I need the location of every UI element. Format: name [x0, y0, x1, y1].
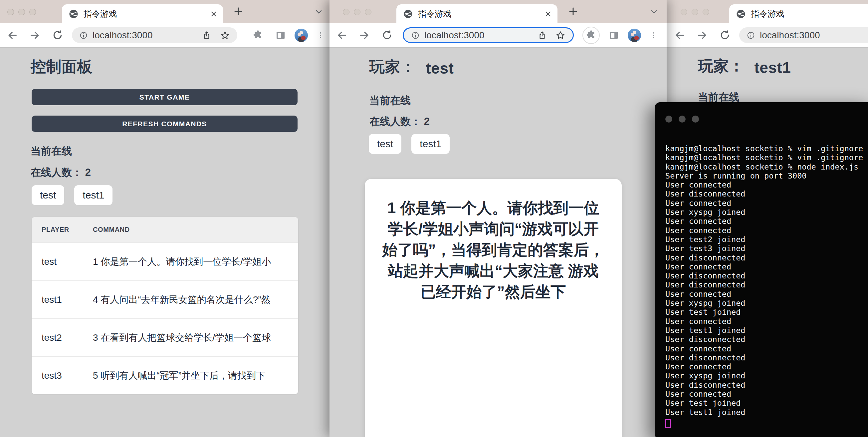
- profile-avatar[interactable]: [294, 29, 308, 42]
- back-icon[interactable]: [674, 30, 685, 41]
- bookmark-star-icon[interactable]: [556, 30, 565, 40]
- globe-favicon-icon: [736, 9, 746, 19]
- profile-avatar[interactable]: [628, 29, 641, 42]
- back-icon[interactable]: [336, 30, 347, 41]
- terminal-log-line: User test2 joined: [665, 235, 868, 244]
- online-count-value: 2: [85, 167, 91, 178]
- player-heading: 玩家： test: [369, 57, 454, 77]
- zoom-window-button[interactable]: [365, 9, 371, 15]
- new-tab-icon[interactable]: [233, 6, 244, 17]
- table-body: test 1 你是第一个人。请你找到一位学长/学姐小 test1 4 有人问出“…: [32, 242, 298, 395]
- table-row: test 1 你是第一个人。请你找到一位学长/学姐小: [32, 242, 298, 281]
- terminal-log-line: User xyspg joined: [665, 371, 868, 380]
- new-tab-icon[interactable]: [568, 6, 579, 17]
- terminal-log-line: User disconnected: [665, 353, 868, 362]
- forward-icon[interactable]: [29, 30, 41, 41]
- table-row: test3 5 听到有人喊出“冠军”并坐下后，请找到下: [32, 356, 298, 395]
- menu-kebab-icon[interactable]: [316, 31, 325, 40]
- player-cell: test: [32, 257, 93, 267]
- forward-icon[interactable]: [359, 30, 370, 41]
- terminal-log-line: User connected: [665, 362, 868, 371]
- close-window-button[interactable]: [665, 116, 672, 123]
- terminal-log-line: kangjm@localhost socketio % node index.j…: [665, 163, 868, 172]
- terminal-log-line: User test joined: [665, 308, 868, 317]
- close-window-button[interactable]: [681, 9, 687, 15]
- start-game-button[interactable]: START GAME: [32, 89, 298, 105]
- player-test-page: 玩家： test 当前在线 在线人数： 2 testtest1 1 你是第一个人…: [330, 48, 666, 437]
- page-title: 控制面板: [31, 57, 93, 77]
- terminal-log-line: User connected: [665, 199, 868, 208]
- tab-bar: 指令游戏: [330, 0, 666, 23]
- close-window-button[interactable]: [343, 9, 349, 15]
- tab-close-icon[interactable]: [210, 10, 218, 18]
- tab-bar: 指令游戏: [667, 0, 868, 23]
- tab-search-chevron-icon[interactable]: [314, 7, 323, 16]
- command-cell: 3 在看到有人把篮球交给学长/学姐一个篮球: [93, 331, 298, 344]
- online-user-list: testtest1: [369, 134, 450, 154]
- reload-icon[interactable]: [381, 30, 393, 41]
- side-panel-icon[interactable]: [608, 30, 619, 41]
- minimize-window-button[interactable]: [354, 9, 361, 15]
- column-header-command: COMMAND: [93, 226, 130, 233]
- browser-tab[interactable]: 指令游戏: [729, 4, 868, 23]
- player-label: 玩家：: [698, 56, 745, 77]
- terminal-log-line: User connected: [665, 344, 868, 353]
- browser-window-control-panel: 指令游戏: [0, 0, 332, 437]
- zoom-window-button[interactable]: [29, 9, 36, 15]
- traffic-lights: [7, 9, 36, 15]
- online-count-value: 2: [424, 116, 430, 127]
- online-heading: 当前在线: [31, 144, 72, 158]
- zoom-window-button[interactable]: [692, 116, 699, 123]
- minimize-window-button[interactable]: [18, 9, 25, 15]
- extensions-puzzle-icon[interactable]: [253, 30, 263, 41]
- close-window-button[interactable]: [7, 9, 14, 15]
- traffic-lights: [681, 9, 709, 15]
- desktop-screen: 指令游戏: [0, 0, 868, 437]
- command-card: 1 你是第一个人。请你找到一位学长/学姐小声询问“游戏可以开始了吗”，当得到肯定…: [365, 179, 622, 437]
- user-chip: test: [369, 134, 401, 154]
- minimize-window-button[interactable]: [692, 9, 698, 15]
- bookmark-star-icon[interactable]: [220, 30, 230, 40]
- terminal-log-line: User connected: [665, 290, 868, 299]
- extensions-puzzle-icon[interactable]: [586, 30, 596, 41]
- address-bar[interactable]: localhost:3000: [739, 27, 868, 43]
- share-icon[interactable]: [537, 31, 547, 40]
- back-icon[interactable]: [7, 30, 18, 41]
- player-name: test: [426, 59, 454, 77]
- browser-toolbar: localhost:3000: [667, 23, 868, 48]
- tab-bar: 指令游戏: [0, 0, 332, 23]
- commands-table: PLAYER COMMAND test 1 你是第一个人。请你找到一位学长/学姐…: [32, 217, 298, 395]
- terminal-log-line: User disconnected: [665, 190, 868, 199]
- address-bar[interactable]: localhost:3000: [72, 27, 237, 43]
- refresh-commands-button[interactable]: REFRESH COMMANDS: [32, 116, 298, 132]
- menu-kebab-icon[interactable]: [649, 31, 658, 40]
- player-name: test1: [754, 59, 791, 77]
- terminal-log-line: User connected: [665, 390, 868, 399]
- toolbar-right-cluster: [249, 23, 325, 47]
- globe-favicon-icon: [68, 9, 79, 19]
- terminal-log-line: kangjm@localhost socketio % vim .gitigno…: [665, 144, 868, 153]
- share-icon[interactable]: [202, 31, 211, 40]
- tab-search-chevron-icon[interactable]: [649, 7, 659, 16]
- address-bar-focused[interactable]: localhost:3000: [403, 27, 574, 43]
- browser-tab[interactable]: 指令游戏: [62, 4, 223, 23]
- tab-close-icon[interactable]: [544, 10, 552, 18]
- site-info-icon[interactable]: [746, 31, 755, 40]
- command-text: 1 你是第一个人。请你找到一位学长/学姐小声询问“游戏可以开始了吗”，当得到肯定…: [381, 198, 605, 302]
- terminal-log-line: User connected: [665, 262, 868, 271]
- online-count-label: 在线人数：: [31, 167, 82, 178]
- zoom-window-button[interactable]: [703, 9, 709, 15]
- reload-icon[interactable]: [719, 30, 731, 41]
- table-header-row: PLAYER COMMAND: [32, 217, 298, 242]
- control-panel-page: 控制面板 START GAME REFRESH COMMANDS 当前在线 在线…: [0, 48, 332, 437]
- side-panel-icon[interactable]: [275, 30, 286, 41]
- url-text: localhost:3000: [424, 30, 485, 41]
- terminal-log-line: User xyspg joined: [665, 208, 868, 217]
- site-info-icon[interactable]: [79, 31, 88, 40]
- site-info-icon[interactable]: [411, 31, 420, 40]
- browser-tab[interactable]: 指令游戏: [396, 4, 557, 23]
- reload-icon[interactable]: [52, 30, 63, 41]
- terminal-log-line: User xyspg joined: [665, 299, 868, 308]
- forward-icon[interactable]: [696, 30, 708, 41]
- minimize-window-button[interactable]: [679, 116, 686, 123]
